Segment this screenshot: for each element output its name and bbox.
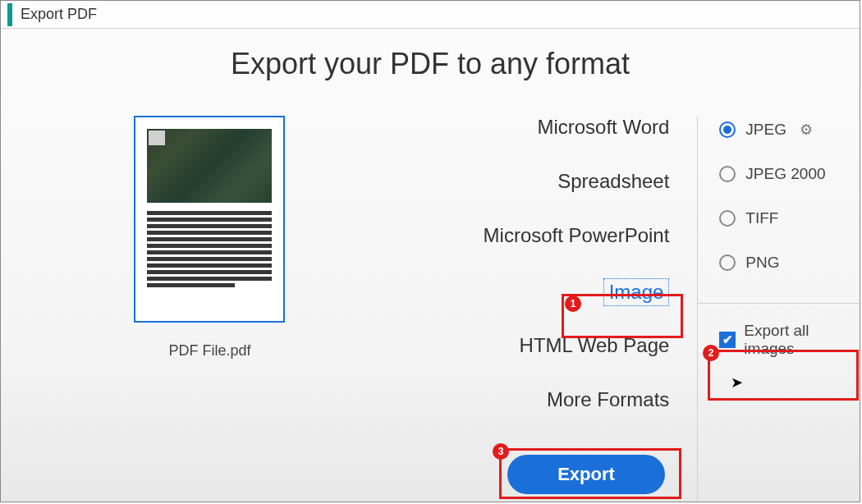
export-button[interactable]: Export xyxy=(507,455,665,494)
format-spreadsheet[interactable]: Spreadsheet xyxy=(557,170,669,193)
format-word[interactable]: Microsoft Word xyxy=(537,116,669,139)
radio-icon xyxy=(719,254,736,271)
window-title: Export PDF xyxy=(21,6,97,23)
export-button-label: Export xyxy=(557,464,615,485)
title-bar: Export PDF xyxy=(1,1,860,29)
export-all-images-checkbox[interactable]: ✔ Export all images xyxy=(719,322,860,358)
format-image[interactable]: Image xyxy=(603,278,670,306)
checkbox-checked-icon: ✔ xyxy=(719,332,736,348)
annotation-badge-1: 1 xyxy=(565,296,581,312)
divider xyxy=(698,303,862,304)
option-jpeg2000[interactable]: JPEG 2000 xyxy=(719,165,860,183)
format-more[interactable]: More Formats xyxy=(547,388,669,411)
pdf-thumbnail-text xyxy=(147,211,272,287)
radio-selected-icon xyxy=(719,121,736,138)
option-png-label: PNG xyxy=(745,254,779,272)
title-accent xyxy=(7,3,12,26)
page-heading: Export your PDF to any format xyxy=(1,47,860,81)
pdf-thumbnail[interactable] xyxy=(134,116,285,323)
radio-icon xyxy=(719,166,736,182)
export-all-images-label: Export all images xyxy=(744,322,860,358)
option-jpeg[interactable]: JPEG ⚙ xyxy=(719,121,860,139)
option-png[interactable]: PNG xyxy=(719,254,860,272)
format-html[interactable]: HTML Web Page xyxy=(520,334,670,357)
cursor-icon: ➤ xyxy=(731,373,743,392)
pdf-thumbnail-image xyxy=(147,129,272,203)
radio-icon xyxy=(719,210,736,227)
option-tiff-label: TIFF xyxy=(745,209,778,227)
annotation-badge-2: 2 xyxy=(703,345,719,361)
gear-icon[interactable]: ⚙ xyxy=(800,121,813,139)
format-powerpoint[interactable]: Microsoft PowerPoint xyxy=(484,224,670,247)
option-jpeg-label: JPEG xyxy=(745,121,786,139)
pdf-filename: PDF File.pdf xyxy=(168,342,250,360)
annotation-badge-3: 3 xyxy=(493,443,509,460)
option-jpeg2000-label: JPEG 2000 xyxy=(745,165,825,183)
option-tiff[interactable]: TIFF xyxy=(719,209,860,227)
